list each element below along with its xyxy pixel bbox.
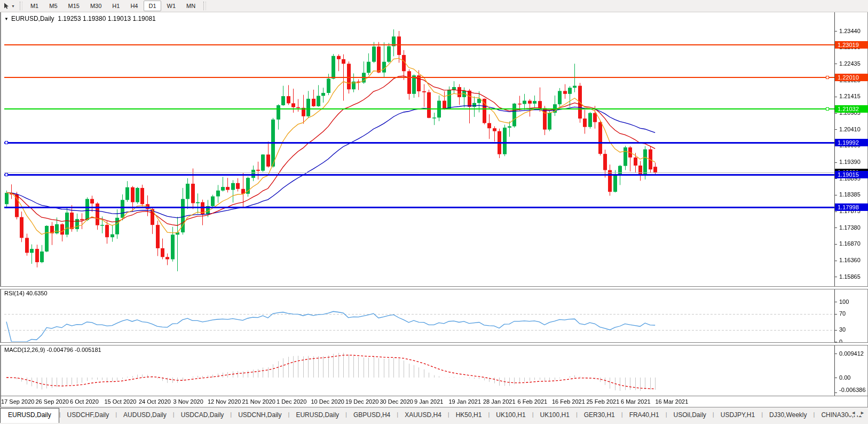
chart-tab-eurusd-daily[interactable]: EURUSD,Daily (289, 409, 345, 422)
chart-tab-uk100-h1[interactable]: UK100,H1 (490, 409, 532, 422)
chart-tab-usdcnh-daily[interactable]: USDCNH,Daily (232, 409, 288, 422)
panel-splitter[interactable] (0, 342, 868, 346)
date-label: 24 Oct 2020 (139, 398, 171, 405)
macd-tick-label: -0.006386 (839, 387, 866, 393)
chart-title: ▼EURUSD,Daily 1.19253 1.19380 1.19013 1.… (4, 15, 156, 22)
axis-separator (0, 396, 868, 396)
macd-tick-label: 0.00 (839, 374, 850, 381)
date-label: 19 Jan 2021 (449, 398, 482, 405)
macd-tick-label: 0.009412 (839, 350, 864, 357)
timeframe-button-m30[interactable]: M30 (85, 1, 106, 11)
rsi-tick-label: 70 (839, 310, 846, 317)
date-label: 16 Feb 2021 (552, 398, 585, 405)
level-price-label: 1.17998 (835, 203, 868, 211)
chart-tab-ger30-h1[interactable]: GER30,H1 (578, 409, 621, 422)
chart-tab-audusd-daily[interactable]: AUDUSD,Daily (117, 409, 173, 422)
level-price-label: 1.21032 (835, 105, 868, 113)
expand-triangle-icon[interactable]: ▼ (4, 17, 9, 21)
price-tick-label: 1.20410 (839, 126, 861, 132)
price-tick-label: 1.21415 (839, 93, 861, 99)
price-tick-label: 1.15865 (839, 273, 861, 280)
chart-tab-fra40-h1[interactable]: FRA40,H1 (623, 409, 666, 422)
tab-scroll-buttons: ◄ ► (849, 410, 867, 415)
rsi-indicator-label: RSI(14) 40.6350 (4, 290, 48, 296)
scroll-right-icon[interactable]: ► (860, 410, 865, 415)
date-label: 16 Mar 2021 (656, 398, 689, 405)
timeframe-button-m5[interactable]: M5 (44, 1, 62, 11)
chart-tab-usoil-daily[interactable]: USOil,Daily (667, 409, 713, 422)
chart-tab-eurusd-daily[interactable]: EURUSD,Daily (0, 408, 59, 423)
macd-indicator-label: MACD(12,26,9) -0.004796 -0.005181 (4, 347, 101, 353)
symbol-period-label: EURUSD,Daily (11, 15, 54, 22)
chart-tab-usdcad-daily[interactable]: USDCAD,Daily (175, 409, 231, 422)
date-label: 6 Feb 2021 (518, 398, 548, 405)
timeframe-button-m15[interactable]: M15 (64, 1, 84, 11)
ohlc-values: 1.19253 1.19380 1.19013 1.19081 (58, 15, 156, 22)
date-label: 30 Dec 2020 (380, 398, 413, 405)
price-tick-label: 1.19390 (839, 159, 861, 165)
date-label: 15 Oct 2020 (105, 398, 137, 405)
level-price-label: 1.19992 (835, 139, 868, 146)
chart-tab-xauusd-h4[interactable]: XAUUSD,H4 (398, 409, 448, 422)
timeframe-button-w1[interactable]: W1 (162, 1, 181, 11)
date-label: 10 Dec 2020 (311, 398, 344, 405)
date-label: 26 Sep 2020 (36, 398, 69, 405)
chart-tab-usdchf-daily[interactable]: USDCHF,Daily (61, 409, 116, 422)
price-tick-label: 1.18385 (839, 191, 861, 198)
cursor-tool-icon[interactable] (2, 2, 11, 10)
level-price-label: 1.23019 (835, 41, 868, 49)
chevron-down-icon[interactable]: ▼ (11, 4, 15, 8)
price-tick-label: 1.16360 (839, 257, 861, 263)
date-label: 1 Dec 2020 (277, 398, 306, 405)
date-label: 12 Nov 2020 (208, 398, 241, 405)
trading-platform-window: ▼ M1M5M15M30H1H4D1W1MN ▼EURUSD,Daily 1.1… (0, 0, 868, 424)
timeframe-button-h4[interactable]: H4 (125, 1, 143, 11)
date-label: 28 Jan 2021 (483, 398, 516, 405)
chart-tab-usdjpy-h1[interactable]: USDJPY,H1 (714, 409, 761, 422)
toolbar-gripper (203, 2, 206, 10)
toolbar-gripper (20, 2, 22, 10)
timeframe-button-h1[interactable]: H1 (107, 1, 124, 11)
price-tick-label: 1.22435 (839, 60, 861, 67)
chart-tab-uk100-h1[interactable]: UK100,H1 (534, 409, 576, 422)
price-tick-label: 1.17380 (839, 224, 861, 231)
symbol-tabs: EURUSD,Daily|USDCHF,Daily|AUDUSD,Daily|U… (0, 407, 868, 424)
date-label: 17 Sep 2020 (1, 398, 34, 405)
date-label: 6 Oct 2020 (70, 398, 99, 405)
rsi-tick-label: 30 (839, 326, 846, 333)
timeframe-button-d1[interactable]: D1 (144, 1, 161, 11)
chart-canvas[interactable] (0, 0, 868, 424)
date-label: 6 Mar 2021 (621, 398, 651, 405)
price-tick-label: 1.16870 (839, 240, 861, 247)
level-price-label: 1.22010 (835, 74, 868, 81)
timeframe-button-mn[interactable]: MN (182, 1, 200, 11)
date-label: 3 Nov 2020 (173, 398, 203, 405)
level-price-label: 1.19015 (835, 171, 868, 178)
chart-tab-hk50-h1[interactable]: HK50,H1 (449, 409, 488, 422)
chart-tab-gbpusd-h4[interactable]: GBPUSD,H4 (347, 409, 397, 422)
date-label: 21 Nov 2020 (242, 398, 275, 405)
timeframe-toolbar: ▼ M1M5M15M30H1H4D1W1MN (0, 0, 868, 12)
timeframe-button-m1[interactable]: M1 (26, 1, 43, 11)
date-label: 9 Jan 2021 (414, 398, 443, 405)
price-tick-label: 1.23440 (839, 28, 861, 34)
date-label: 19 Dec 2020 (345, 398, 378, 405)
panel-splitter[interactable] (0, 286, 868, 289)
chart-tab-dj30-weekly[interactable]: DJ30,Weekly (763, 409, 813, 422)
scroll-left-icon[interactable]: ◄ (851, 410, 856, 415)
date-label: 25 Feb 2021 (587, 398, 620, 405)
rsi-tick-label: 100 (839, 299, 849, 305)
timeframe-buttons: M1M5M15M30H1H4D1W1MN (25, 1, 201, 11)
